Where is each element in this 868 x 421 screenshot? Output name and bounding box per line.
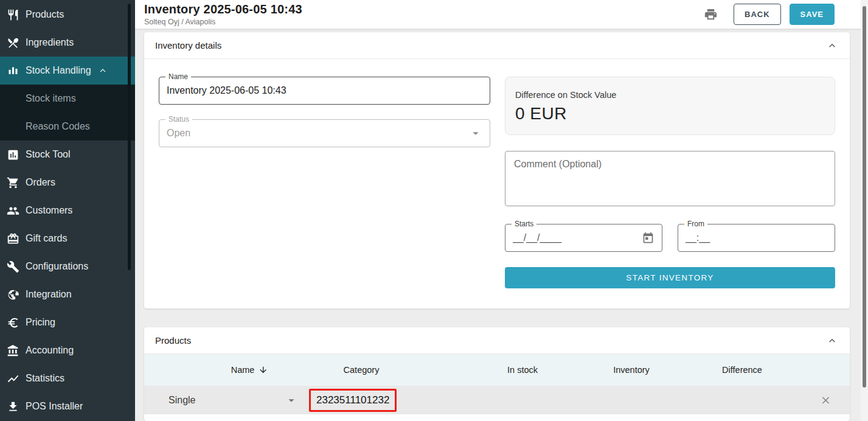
sidebar-item-statistics[interactable]: Statistics (0, 364, 135, 392)
sidebar-item-label: Ingredients (26, 37, 74, 48)
difference-card: Difference on Stock Value 0 EUR (505, 77, 835, 135)
name-input[interactable] (167, 85, 482, 96)
sidebar: Products Ingredients Stock Handling Stoc… (0, 0, 135, 421)
sidebar-item-label: Stock Handling (26, 65, 91, 76)
from-input[interactable] (686, 232, 827, 243)
bar-chart-icon (6, 64, 19, 77)
name-field: Name (159, 77, 490, 105)
save-button[interactable]: SAVE (790, 4, 835, 25)
sidebar-item-gift-cards[interactable]: Gift cards (0, 224, 135, 252)
difference-value: 0 EUR (515, 104, 825, 124)
sidebar-item-label: Stock items (26, 93, 76, 104)
title-block: Inventory 2025-06-05 10:43 Solteq Oyj / … (144, 2, 302, 26)
sidebar-item-accounting[interactable]: Accounting (0, 336, 135, 364)
sidebar-item-label: Reason Codes (26, 121, 90, 132)
from-field-label: From (684, 220, 707, 228)
trend-line-icon (6, 372, 19, 385)
sidebar-item-label: Orders (26, 177, 55, 188)
starts-input[interactable] (513, 232, 642, 243)
start-inventory-button[interactable]: START INVENTORY (505, 267, 835, 288)
topbar: Inventory 2025-06-05 10:43 Solteq Oyj / … (135, 0, 868, 29)
sidebar-item-pricing[interactable]: Pricing (0, 308, 135, 336)
breadcrumb: Solteq Oyj / Aviapolis (144, 18, 302, 26)
sidebar-item-label: Statistics (26, 373, 64, 384)
sidebar-item-orders[interactable]: Orders (0, 169, 135, 197)
sidebar-item-stock-tool[interactable]: Stock Tool (0, 141, 135, 169)
name-field-label: Name (165, 72, 191, 81)
sidebar-item-reason-codes[interactable]: Reason Codes (0, 113, 135, 141)
main-area: Inventory 2025-06-05 10:43 Solteq Oyj / … (135, 0, 868, 421)
shopping-cart-icon (6, 176, 19, 189)
sidebar-item-ingredients[interactable]: Ingredients (0, 29, 135, 57)
sidebar-item-label: POS Installer (26, 401, 83, 412)
sidebar-scrollbar[interactable] (128, 4, 131, 270)
status-value: Open (167, 128, 469, 139)
difference-label: Difference on Stock Value (515, 90, 825, 100)
from-field: From (678, 224, 835, 252)
sidebar-item-label: Products (26, 9, 64, 20)
column-header-in-stock[interactable]: In stock (507, 365, 538, 375)
page-scrollbar-thumb[interactable] (863, 6, 866, 388)
sidebar-item-products[interactable]: Products (0, 1, 135, 29)
date-time-row: Starts From (505, 224, 835, 252)
sidebar-item-label: Pricing (26, 317, 55, 328)
print-button[interactable] (704, 7, 718, 21)
starts-field: Starts (505, 224, 662, 252)
back-button[interactable]: BACK (734, 4, 781, 25)
section-title: Products (155, 335, 191, 346)
sidebar-item-customers[interactable]: Customers (0, 197, 135, 224)
sidebar-item-configurations[interactable]: Configurations (0, 252, 135, 280)
gift-card-icon (6, 232, 19, 245)
arrow-drop-down-icon (469, 127, 482, 140)
status-field[interactable]: Status Open (159, 119, 490, 147)
sidebar-item-label: Integration (26, 289, 72, 300)
status-field-label: Status (165, 115, 192, 124)
column-header-inventory[interactable]: Inventory (613, 365, 650, 375)
crossed-utensils-icon (6, 36, 19, 49)
products-header: Products (144, 327, 850, 354)
products-table-header: Name Category In stock Inventory Differe… (144, 354, 850, 386)
details-left-column: Name Status Open (159, 77, 490, 288)
product-code-field[interactable]: 2323511101232 (309, 389, 397, 412)
restaurant-icon (6, 8, 19, 21)
arrow-drop-down-icon (285, 394, 298, 407)
people-icon (6, 204, 19, 217)
column-header-difference[interactable]: Difference (722, 365, 762, 375)
page-scrollbar[interactable] (861, 0, 868, 421)
comment-textarea[interactable] (505, 151, 835, 206)
collapse-inventory-details-button[interactable] (826, 40, 838, 52)
remove-row-button[interactable] (820, 394, 832, 406)
column-header-name[interactable]: Name (231, 365, 268, 375)
details-right-column: Difference on Stock Value 0 EUR Starts (505, 77, 835, 288)
products-card: Products Name Category I (144, 327, 850, 421)
inventory-details-card: Inventory details Name St (144, 32, 850, 308)
sidebar-item-pos-installer[interactable]: POS Installer (0, 392, 135, 420)
product-type-select[interactable]: Single (161, 394, 298, 407)
sidebar-item-label: Customers (26, 205, 72, 216)
section-title: Inventory details (155, 40, 221, 50)
arrow-down-icon (258, 365, 268, 375)
download-icon (6, 400, 19, 413)
chevron-up-icon (826, 40, 838, 52)
sidebar-item-label: Configurations (26, 261, 88, 272)
sidebar-item-stock-handling[interactable]: Stock Handling (0, 57, 135, 85)
sidebar-item-integration[interactable]: Integration (0, 280, 135, 308)
calendar-button[interactable] (642, 232, 654, 245)
starts-field-label: Starts (512, 220, 536, 228)
sidebar-item-stock-items[interactable]: Stock items (0, 85, 135, 113)
sidebar-item-label: Stock Tool (26, 149, 71, 160)
collapse-products-button[interactable] (826, 335, 838, 347)
print-icon (704, 7, 718, 21)
column-label: Name (231, 365, 255, 375)
page-title: Inventory 2025-06-05 10:43 (144, 2, 302, 16)
chart-box-icon (6, 148, 19, 161)
euro-icon (6, 316, 19, 329)
wrench-icon (6, 260, 19, 273)
column-header-category[interactable]: Category (344, 365, 380, 375)
product-type-value: Single (168, 395, 195, 406)
inventory-details-body: Name Status Open Diff (144, 59, 850, 308)
inventory-details-header: Inventory details (144, 32, 850, 59)
bank-icon (6, 344, 19, 357)
sidebar-item-label: Gift cards (26, 233, 67, 244)
product-row: Single 2323511101232 (144, 386, 850, 414)
